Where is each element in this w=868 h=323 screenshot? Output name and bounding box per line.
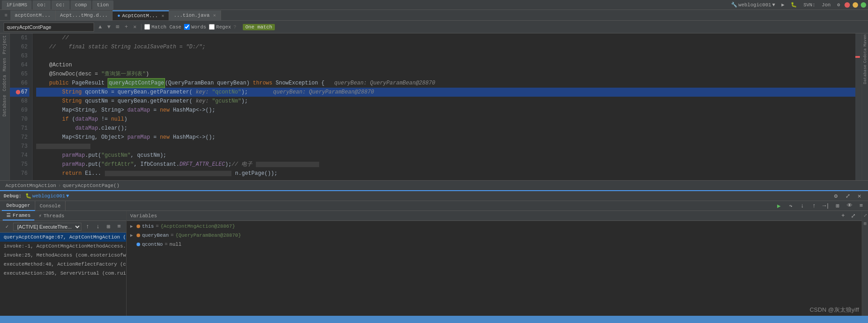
evaluate-btn[interactable]: ⊞ — [833, 201, 843, 211]
tab-threads[interactable]: ⚡ Threads — [35, 211, 68, 220]
search-plus-btn[interactable]: + — [123, 23, 130, 31]
frame-item-3[interactable]: executeMethod:48, ActionReflectFactory (… — [0, 260, 126, 269]
code-line-67: String qcontNo = queryBean.getParameter(… — [36, 88, 855, 97]
search-close-btn[interactable]: ✕ — [132, 23, 138, 31]
search-input-wrap[interactable] — [4, 23, 94, 32]
words-option[interactable]: Words — [184, 24, 206, 30]
maven-side-label[interactable]: Maven — [863, 34, 868, 47]
breadcrumb-class[interactable]: AcptContMngAction — [5, 183, 56, 188]
match-case-option[interactable]: Match Case — [144, 24, 181, 30]
line-64: 64 — [10, 61, 29, 70]
run-btn[interactable]: ▶ — [780, 1, 787, 8]
code-line-61: // — [36, 33, 855, 42]
debug-label: Debug: — [4, 193, 22, 199]
debug-expand[interactable]: ⤢ — [843, 191, 853, 201]
project-icon[interactable]: Project — [1, 34, 8, 55]
status-bar — [0, 316, 868, 323]
expand-right-btn[interactable]: ⤢ — [863, 213, 867, 218]
search-input[interactable] — [7, 24, 75, 30]
file-tab-1[interactable]: acptContM... — [10, 10, 56, 20]
jon-label[interactable]: Jon — [820, 2, 833, 8]
right-side-panel: Maven Codota Database — [862, 33, 868, 180]
line-76: 76 — [10, 169, 29, 178]
dc-toolbar: ▶ ↷ ↓ ↑ →| ⊞ 👁 ≡ — [774, 201, 866, 211]
regex-checkbox[interactable] — [209, 24, 215, 30]
expand-all-btn[interactable]: ⤢ — [848, 211, 858, 221]
var-expand-this[interactable]: ▶ — [130, 224, 135, 229]
breadcrumb-method[interactable]: queryAcptContPage() — [63, 183, 119, 188]
tab-console[interactable]: Console — [35, 201, 66, 211]
code-line-69: Map<String, String> dataMap = new HashMa… — [36, 106, 855, 115]
line-66: 66 — [10, 79, 29, 88]
window-tab-comp[interactable]: comp — [71, 0, 91, 9]
win-close[interactable] — [844, 2, 850, 8]
codota-icon[interactable]: Codota — [1, 74, 8, 92]
resume-btn[interactable]: ▶ — [774, 201, 784, 211]
search-down-btn[interactable]: ▼ — [105, 23, 112, 31]
step-over-btn[interactable]: ↷ — [786, 201, 796, 211]
code-line-68: String qcustNm = queryBean.getParameter(… — [36, 97, 855, 106]
sort-down-btn[interactable]: ↓ — [94, 222, 102, 232]
project-label[interactable]: ≡ — [2, 13, 10, 18]
search-up-btn[interactable]: ▲ — [97, 23, 104, 31]
sort-btn[interactable]: ↑ — [83, 222, 92, 232]
editor-main: Project Maven Codota Database 61 62 63 6… — [0, 33, 868, 180]
weblogic-dropdown[interactable]: 🔧 weblogic001 ▼ — [729, 1, 777, 8]
database-icon[interactable]: Database — [1, 94, 8, 117]
code-line-66: public PageResult queryAcptContPage (Que… — [36, 79, 855, 88]
file-tab-3-close[interactable]: ✕ — [161, 13, 164, 19]
var-icon-querybean — [137, 234, 140, 237]
thread-up-btn[interactable]: ✓ — [3, 222, 11, 232]
debug-close[interactable]: ✕ — [854, 191, 864, 201]
file-tab-3-active[interactable]: ● AcptContM... ✕ — [113, 10, 169, 20]
code-line-73 — [36, 142, 855, 151]
win-maximize[interactable] — [861, 2, 866, 8]
line-72: 72 — [10, 133, 29, 142]
more-btn[interactable]: ≡ — [856, 201, 866, 211]
toolbar-right: 🔧 weblogic001 ▼ ▶ 🐛 SVN: Jon ⚙ — [729, 1, 866, 8]
var-item-qcontno[interactable]: ▶ qcontNo = null — [127, 240, 862, 249]
file-tab-4-close[interactable]: ✕ — [213, 13, 216, 18]
threads-tab-icon: ⚡ — [39, 213, 42, 219]
settings-btn[interactable]: ⚙ — [835, 1, 842, 8]
debug-settings[interactable]: ⚙ — [831, 191, 841, 201]
frame-item-2[interactable]: invoke:25, MethodAccess (com.esotericsof… — [0, 251, 126, 260]
thread-dropdown[interactable]: [ACTIVE] ExecuteThre... — [13, 223, 81, 231]
words-checkbox[interactable] — [184, 24, 190, 30]
var-item-this[interactable]: ▶ this = {AcptContMngAction@28867} — [127, 222, 862, 231]
watch-btn[interactable]: 👁 — [844, 201, 854, 211]
window-tab-ifinbms[interactable]: iFinBMS — [2, 0, 32, 9]
var-item-querybean[interactable]: ▶ queryBean = {QueryParamBean@28870} — [127, 231, 862, 240]
step-out-btn[interactable]: ↑ — [809, 201, 819, 211]
run-to-cursor-btn[interactable]: →| — [821, 201, 831, 211]
collapse-right-btn[interactable]: ⊞ — [863, 221, 866, 226]
search-filter-btn[interactable]: ⊞ — [114, 23, 121, 31]
tab-debugger[interactable]: Debugger — [2, 201, 35, 211]
frame-item-4[interactable]: executeAction:205, ServerVirtual (com.ru… — [0, 269, 126, 278]
window-tab-co[interactable]: co: — [33, 0, 51, 9]
window-tab-tion[interactable]: tion — [92, 0, 113, 9]
step-into-btn[interactable]: ↓ — [797, 201, 807, 211]
svn-label: SVN: — [802, 2, 817, 8]
codota-side-label[interactable]: Codota — [863, 48, 868, 63]
debug-session[interactable]: 🐛 weblogic001 ▼ — [25, 193, 69, 199]
win-minimize[interactable] — [853, 2, 858, 8]
filter-btn[interactable]: ⊞ — [104, 222, 113, 232]
add-watch-btn[interactable]: + — [838, 211, 848, 221]
match-case-checkbox[interactable] — [144, 24, 150, 30]
code-editor[interactable]: // // final static String localSavePath … — [33, 33, 855, 180]
debug-btn[interactable]: 🐛 — [789, 1, 799, 8]
frame-item-1[interactable]: invoke:-1, AcptContMngActionMethodAccess… — [0, 242, 126, 251]
file-tab-4[interactable]: ...tion.java ✕ — [169, 10, 221, 20]
regex-option[interactable]: Regex ? — [209, 24, 236, 30]
file-tab-2[interactable]: Acpt...tMng.d... — [56, 10, 113, 20]
maven-icon[interactable]: Maven — [1, 57, 8, 72]
frame-item-0[interactable]: queryAcptContPage:67, AcptContMngAction … — [0, 233, 126, 242]
tab-frames[interactable]: ☰ Frames — [3, 211, 34, 220]
var-expand-querybean[interactable]: ▶ — [130, 233, 135, 238]
window-tab-cc[interactable]: cc: — [52, 0, 70, 9]
breakpoint-67[interactable] — [16, 90, 20, 94]
thread-options-btn[interactable]: ≡ — [115, 222, 123, 232]
window-title-bar: iFinBMS co: cc: comp tion 🔧 weblogic001 … — [0, 0, 868, 10]
database-side-label[interactable]: Database — [863, 65, 868, 84]
